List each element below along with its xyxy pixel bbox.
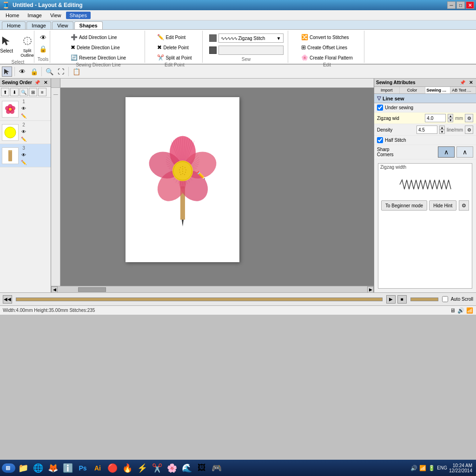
density-input[interactable]: 4.5 — [416, 126, 437, 134]
zoom-in-btn[interactable]: 🔍 — [44, 66, 54, 77]
zigzag-width-spinner[interactable]: ▲ ▼ — [448, 114, 453, 122]
so-toolbar-btn-3[interactable]: 🔍 — [20, 88, 28, 96]
playback-progress[interactable] — [16, 298, 383, 301]
panel-pin-btn[interactable]: 📌 — [33, 79, 41, 86]
taskbar-firefox[interactable]: 🦊 — [46, 462, 60, 475]
section-collapse-icon[interactable]: ▽ — [377, 95, 381, 101]
zigzag-reset-btn[interactable]: ⚙ — [465, 114, 473, 122]
taskbar-lightning[interactable]: ⚡ — [135, 462, 149, 475]
menu-image[interactable]: Image — [24, 12, 46, 19]
corner-btn-1[interactable]: ∧ — [438, 146, 455, 158]
corner-btn-2[interactable]: ∧ — [456, 146, 473, 158]
layers-panel-btn[interactable]: 📋 — [71, 66, 81, 77]
scroll-track-h[interactable] — [64, 287, 361, 292]
eye-tool-btn[interactable]: 👁 — [38, 33, 48, 43]
sewing-item-3[interactable]: 3 👁 ✏️ — [0, 144, 51, 167]
zigzag-up-btn[interactable]: ▲ — [448, 114, 453, 118]
taskbar-photoshop[interactable]: Ps — [76, 462, 90, 475]
split-outline-button[interactable]: Split Outline — [17, 33, 38, 60]
second-stitch-select[interactable] — [218, 46, 284, 55]
zigzag-down-btn[interactable]: ▼ — [448, 118, 453, 122]
so-toolbar-btn-4[interactable]: ⊞ — [29, 88, 37, 96]
canvas-main[interactable]: ✏️ — [60, 88, 374, 286]
taskbar-folder[interactable]: 📁 — [16, 462, 30, 475]
pointer-tool-btn[interactable] — [2, 66, 12, 77]
to-beginner-mode-btn[interactable]: To Beginner mode — [381, 200, 427, 211]
language-indicator[interactable]: ENG — [437, 465, 447, 470]
taskbar-game[interactable]: 🎮 — [210, 462, 224, 475]
under-sewing-checkbox[interactable] — [377, 105, 383, 111]
select-button[interactable]: Select — [0, 33, 15, 55]
tab-view[interactable]: View — [52, 21, 73, 29]
sewing-item-2[interactable]: 2 👁 ✏️ — [0, 121, 51, 144]
playback-speed[interactable] — [410, 298, 438, 301]
density-reset-btn[interactable]: ⚙ — [465, 126, 473, 134]
density-down-btn[interactable]: ▼ — [439, 130, 445, 134]
item-lock-3[interactable]: ✏️ — [20, 159, 27, 165]
hide-hint-btn[interactable]: Hide Hint — [429, 200, 456, 211]
stop-btn[interactable]: ■ — [397, 295, 407, 304]
attr-pin-btn[interactable]: 📌 — [458, 79, 467, 86]
so-toolbar-btn-2[interactable]: ⬇ — [10, 88, 19, 96]
minimize-button[interactable]: ─ — [447, 1, 456, 9]
density-spinner[interactable]: ▲ ▼ — [439, 126, 445, 134]
taskbar-gallery[interactable]: 🖼 — [195, 462, 209, 475]
scroll-left-btn[interactable]: ◀ — [51, 286, 58, 293]
scroll-thumb-h[interactable] — [78, 287, 106, 292]
lock-tool-btn[interactable]: 🔒 — [38, 44, 48, 54]
menu-home[interactable]: Home — [2, 12, 23, 19]
taskbar-red-app[interactable]: 🔴 — [106, 462, 119, 475]
scroll-right-btn[interactable]: ▶ — [367, 286, 374, 293]
taskbar-scissors[interactable]: ✂️ — [150, 462, 164, 475]
create-offset-lines-btn[interactable]: ⊞ Create Offset Lines — [299, 43, 350, 52]
stitch-dropdown-arrow[interactable]: ▼ — [277, 36, 281, 41]
item-lock-1[interactable]: ✏️ — [20, 112, 27, 119]
close-button[interactable]: ✕ — [466, 1, 474, 9]
delete-point-btn[interactable]: ✖ Delete Point — [155, 43, 191, 52]
taskbar-wave-app[interactable]: 🌊 — [180, 462, 194, 475]
attr-tab-sewing[interactable]: Sewing At... — [425, 87, 451, 93]
attr-tab-import[interactable]: Import — [374, 87, 400, 93]
so-toolbar-btn-1[interactable]: ⬆ — [1, 88, 9, 96]
item-eye-2[interactable]: 👁 — [20, 128, 27, 135]
play-btn[interactable]: ▶ — [386, 295, 396, 304]
convert-to-stitches-btn[interactable]: 🔀 Convert to Stitches — [299, 33, 351, 42]
edit-point-btn[interactable]: ✏️ Edit Point — [155, 33, 188, 42]
half-stitch-checkbox[interactable] — [377, 137, 383, 143]
attr-tab-text[interactable]: AB Text Attrib... — [450, 87, 476, 93]
taskbar-ie[interactable]: ℹ️ — [61, 462, 75, 475]
hint-settings-btn[interactable]: ⚙ — [459, 200, 469, 211]
auto-scroll-checkbox[interactable] — [442, 296, 448, 302]
start-button[interactable]: ⊞ — [2, 463, 15, 473]
split-at-point-btn[interactable]: ✂️ Split at Point — [155, 53, 194, 62]
item-eye-3[interactable]: 👁 — [20, 152, 27, 158]
attr-close-btn[interactable]: ✕ — [468, 79, 474, 86]
eye-visibility-btn[interactable]: 👁 — [17, 66, 27, 77]
maximize-button[interactable]: □ — [456, 1, 465, 9]
taskbar-browser[interactable]: 🌐 — [31, 462, 45, 475]
stitch-type-select[interactable]: ∿∿∿∿∿ Zigzag Stitch ▼ — [218, 33, 284, 43]
delete-direction-line-btn[interactable]: ✖ Delete Direction Line — [68, 43, 122, 52]
menu-shapes[interactable]: Shapes — [66, 12, 91, 19]
item-eye-1[interactable]: 👁 — [20, 105, 27, 112]
attr-tab-color[interactable]: Color — [400, 87, 425, 93]
panel-close-btn[interactable]: ✕ — [42, 79, 49, 86]
taskbar-firefox2[interactable]: 🔥 — [120, 462, 134, 475]
tab-image[interactable]: Image — [26, 21, 51, 29]
taskbar-illustrator[interactable]: Ai — [91, 462, 105, 475]
tab-home[interactable]: Home — [2, 21, 26, 29]
add-direction-line-btn[interactable]: ➕ Add Direction Line — [68, 33, 119, 42]
reverse-direction-line-btn[interactable]: 🔄 Reverse Direction Line — [68, 53, 128, 62]
taskbar-flower-app[interactable]: 🌸 — [165, 462, 179, 475]
fit-btn[interactable]: ⛶ — [56, 66, 66, 77]
menu-view[interactable]: View — [46, 12, 65, 19]
scroll-bar-horizontal[interactable]: ◀ ▶ — [51, 286, 374, 292]
second-color-swatch[interactable] — [209, 46, 217, 54]
sewing-item-1[interactable]: 1 👁 ✏️ — [0, 98, 51, 121]
tab-shapes[interactable]: Shapes — [74, 21, 103, 29]
stitch-color-swatch[interactable] — [209, 34, 217, 42]
lock-layer-btn[interactable]: 🔒 — [29, 66, 39, 77]
prev-play-btn[interactable]: ◀◀ — [3, 295, 12, 304]
density-up-btn[interactable]: ▲ — [439, 126, 445, 130]
item-lock-2[interactable]: ✏️ — [20, 136, 27, 142]
